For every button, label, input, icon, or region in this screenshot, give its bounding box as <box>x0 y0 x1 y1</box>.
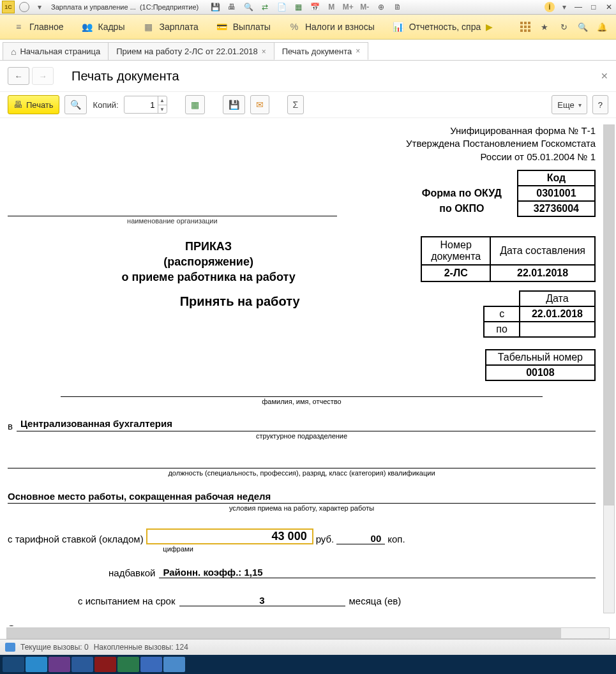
tab-number-table: Табельный номер 00108 <box>485 349 596 381</box>
salary-value[interactable]: 43 000 <box>146 528 313 544</box>
org-caption: наименование организации <box>8 217 337 225</box>
app-logo-icon: 1C <box>2 1 15 13</box>
m-plus-icon[interactable]: M+ <box>342 1 354 13</box>
order-title: ПРИКАЗ (распоряжение) о приеме работника… <box>8 239 409 285</box>
sum-button[interactable]: Σ <box>287 95 304 114</box>
page-zoom-icon: 🔍 <box>70 100 81 110</box>
vertical-scrollbar[interactable] <box>603 124 615 613</box>
print-document: Унифицированная форма № Т-1 Утверждена П… <box>6 124 610 626</box>
print-button[interactable]: 🖶Печать <box>8 95 59 114</box>
dept-value: Централизованная бухгалтерия <box>17 418 596 431</box>
taskbar-item[interactable] <box>49 657 70 672</box>
tab-close-icon[interactable]: × <box>262 47 266 56</box>
page-close-icon[interactable]: ✕ <box>601 71 608 81</box>
star-icon[interactable]: ★ <box>538 20 551 33</box>
bell-icon[interactable]: 🔔 <box>596 20 608 33</box>
copies-label: Копий: <box>93 100 119 110</box>
save-icon[interactable]: 💾 <box>209 1 221 13</box>
calc-icon[interactable]: ▦ <box>292 1 304 13</box>
history-icon[interactable]: ↻ <box>557 20 570 33</box>
taskbar-item[interactable] <box>140 657 162 672</box>
taskbar-item[interactable] <box>117 657 139 672</box>
nav-burger[interactable]: ≡Главное <box>4 15 73 39</box>
home-icon: ⌂ <box>11 47 16 57</box>
code-table: Код Форма по ОКУД0301001 по ОКПО32736004 <box>407 170 596 217</box>
spin-down-icon[interactable]: ▼ <box>158 105 167 114</box>
mail-button[interactable]: ✉ <box>250 95 269 114</box>
taskbar-item[interactable] <box>26 657 47 672</box>
save-button[interactable]: 💾 <box>223 95 245 114</box>
nav-kadry[interactable]: 👥Кадры <box>73 15 134 39</box>
kop-value: 00 <box>336 533 385 544</box>
dept-caption: структурное подразделение <box>8 432 596 440</box>
tab-priem[interactable]: Прием на работу 2-ЛС от 22.01.2018× <box>108 42 274 60</box>
org-name-line <box>8 204 337 216</box>
tab-close-icon[interactable]: × <box>356 47 360 56</box>
sigma-icon: Σ <box>293 100 299 110</box>
copies-input[interactable] <box>124 97 158 112</box>
accept-title: Принять на работу <box>8 294 472 309</box>
document-viewport[interactable]: Унифицированная форма № Т-1 Утверждена П… <box>0 118 616 626</box>
date-range-table: Дата с22.01.2018 по <box>483 290 596 338</box>
doc-icon[interactable]: 🗎 <box>392 1 403 13</box>
fio-line <box>61 385 543 397</box>
print-icon[interactable]: 🖶 <box>226 1 237 13</box>
copy-icon[interactable]: 📄 <box>276 1 287 13</box>
info-dropdown-icon[interactable]: ▾ <box>559 1 570 13</box>
spin-up-icon[interactable]: ▲ <box>158 96 167 105</box>
close-button[interactable]: ✕ <box>603 1 615 13</box>
horizontal-scrollbar[interactable] <box>6 627 610 639</box>
minimize-button[interactable]: — <box>572 1 585 13</box>
os-taskbar[interactable] <box>0 655 616 674</box>
addon-value: Районн. коэфф.: 1,15 <box>159 567 596 578</box>
nav-zarplata[interactable]: ▦Зарплата <box>133 15 207 39</box>
copies-stepper[interactable]: ▲▼ <box>124 96 167 114</box>
work-caption: условия приема на работу, характер работ… <box>8 504 596 512</box>
taskbar-item[interactable] <box>71 657 93 672</box>
salary-caption: цифрами <box>8 545 349 553</box>
nav-vyplaty[interactable]: 💳Выплаты <box>207 15 280 39</box>
form-header: Унифицированная форма № Т-1 Утверждена П… <box>8 124 596 163</box>
back-button[interactable]: ← <box>8 67 29 85</box>
nav-nalogi[interactable]: %Налоги и взносы <box>280 15 384 39</box>
doc-number-table: НомердокументаДата составления 2-ЛС22.01… <box>421 236 596 282</box>
more-button[interactable]: Еще▾ <box>552 95 587 114</box>
preview-button[interactable]: 🔍 <box>64 95 87 114</box>
preview-icon[interactable]: 🔍 <box>243 1 254 13</box>
maximize-button[interactable]: □ <box>587 1 600 13</box>
fio-caption: фамилия, имя, отчество <box>8 398 596 405</box>
page-head: ← → Печать документа ✕ <box>0 61 616 92</box>
toolbar: 🖶Печать 🔍 Копий: ▲▼ ▦ 💾 ✉ Σ Еще▾ ? <box>0 92 616 118</box>
trial-row: с испытанием на срок 3 месяца (ев) <box>8 595 596 606</box>
window-title: Зарплата и управление ... (1С:Предприяти… <box>51 3 199 11</box>
m-minus-icon[interactable]: M- <box>359 1 370 13</box>
dropdown-icon[interactable] <box>19 1 30 13</box>
search-icon[interactable]: 🔍 <box>576 20 589 33</box>
statusbar: Текущие вызовы: 0 Накопленные вызовы: 12… <box>0 639 616 655</box>
help-button[interactable]: ? <box>592 95 608 114</box>
nav-overflow-icon[interactable]: ▶ <box>486 22 493 32</box>
info-icon[interactable]: i <box>545 2 555 12</box>
nav-dropdown-icon[interactable]: ▾ <box>34 1 45 13</box>
dept-row: в Централизованная бухгалтерия <box>8 418 596 431</box>
tab-print[interactable]: Печать документа× <box>274 42 369 60</box>
m-icon[interactable]: M <box>326 1 337 13</box>
zoom-icon[interactable]: ⊕ <box>375 1 387 13</box>
taskbar-item[interactable] <box>3 657 24 672</box>
status-current: Текущие вызовы: 0 <box>20 643 89 652</box>
page-title: Печать документа <box>71 69 179 84</box>
taskbar-item[interactable] <box>163 657 185 672</box>
calendar-icon[interactable]: 📅 <box>309 1 320 13</box>
edit-button[interactable]: ▦ <box>185 95 205 114</box>
tab-home[interactable]: ⌂Начальная страница <box>3 42 109 60</box>
main-nav: ≡Главное 👥Кадры ▦Зарплата 💳Выплаты %Нало… <box>0 15 616 40</box>
titlebar: 1C ▾ Зарплата и управление ... (1С:Предп… <box>0 0 616 15</box>
compare-icon[interactable]: ⇄ <box>259 1 271 13</box>
nav-label-main: Главное <box>29 22 64 32</box>
status-accum: Накопленные вызовы: 124 <box>94 643 188 652</box>
taskbar-item[interactable] <box>94 657 116 672</box>
forward-button[interactable]: → <box>32 67 54 85</box>
nav-otchet[interactable]: 📊Отчетность, спра <box>384 15 490 39</box>
table-edit-icon: ▦ <box>191 100 199 110</box>
apps-grid-icon[interactable] <box>519 20 532 33</box>
